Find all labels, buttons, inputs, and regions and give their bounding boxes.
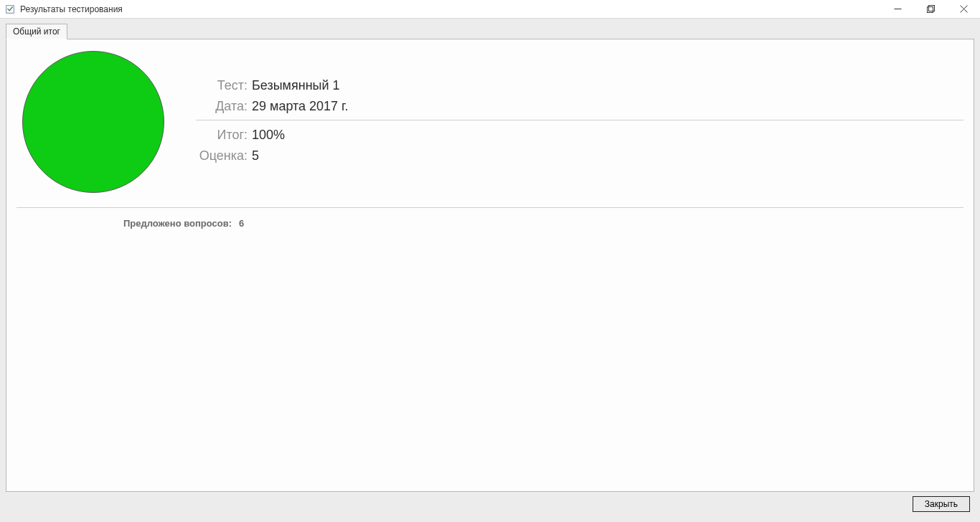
window-controls [881,0,980,18]
app-icon [4,4,16,15]
svg-rect-2 [927,7,933,13]
close-window-button[interactable] [947,0,980,18]
close-button[interactable]: Закрыть [913,496,970,512]
result-pie-circle [22,51,164,193]
label-questions-offered: Предложено вопросов: [17,218,232,229]
bottom-bar: Закрыть [6,492,974,516]
row-result: Итог: 100% [196,128,963,143]
label-test: Тест: [196,78,248,93]
value-result: 100% [252,128,285,143]
row-questions-offered: Предложено вопросов: 6 [17,218,963,229]
divider-full [17,207,963,208]
row-test: Тест: Безымянный 1 [196,78,963,93]
row-grade: Оценка: 5 [196,148,963,163]
window-titlebar: Результаты тестирования [0,0,980,19]
row-date: Дата: 29 марта 2017 г. [196,99,963,114]
client-area: Общий итог Тест: Безымянный 1 Дата: 29 м… [0,19,980,522]
label-grade: Оценка: [196,148,248,163]
value-questions-offered: 6 [239,218,244,229]
maximize-button[interactable] [914,0,947,18]
svg-rect-3 [928,6,934,11]
tab-strip: Общий итог [6,23,974,39]
result-chart [17,51,167,193]
value-date: 29 марта 2017 г. [252,99,349,114]
minimize-button[interactable] [881,0,914,18]
divider-top [196,120,963,120]
value-grade: 5 [252,148,259,163]
window-title: Результаты тестирования [20,4,123,14]
label-result: Итог: [196,128,248,143]
info-block: Тест: Безымянный 1 Дата: 29 марта 2017 г… [167,51,963,169]
summary-page: Тест: Безымянный 1 Дата: 29 марта 2017 г… [6,39,974,492]
label-date: Дата: [196,99,248,114]
tab-summary[interactable]: Общий итог [6,24,67,39]
top-row: Тест: Безымянный 1 Дата: 29 марта 2017 г… [17,51,963,193]
value-test: Безымянный 1 [252,78,340,93]
